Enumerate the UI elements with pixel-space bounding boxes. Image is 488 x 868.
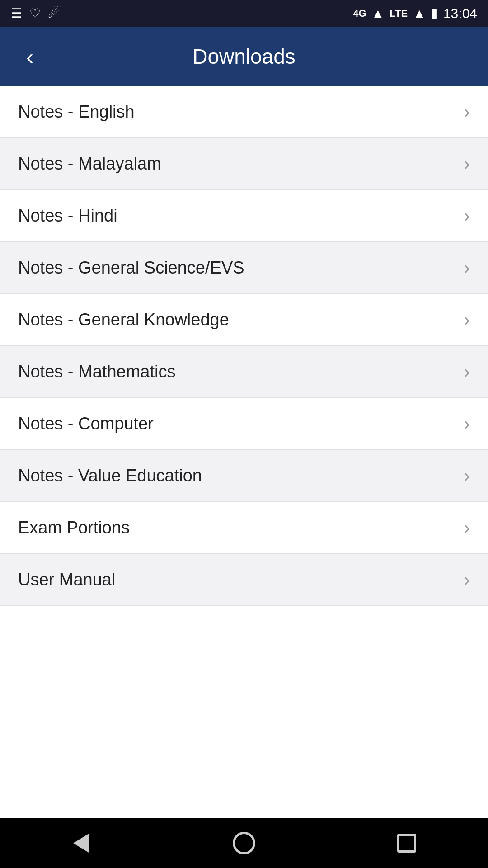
chevron-right-icon: › [464, 311, 470, 329]
list-item[interactable]: Notes - Malayalam› [0, 138, 488, 190]
back-icon: ‹ [26, 44, 33, 69]
list-item-label: Notes - General Knowledge [18, 310, 229, 330]
downloads-list: Notes - English›Notes - Malayalam›Notes … [0, 86, 488, 818]
list-item-label: Notes - Mathematics [18, 362, 175, 382]
battery-icon: ▮ [431, 7, 438, 20]
list-item-label: Notes - General Science/EVS [18, 258, 244, 278]
nav-home-button[interactable] [217, 825, 271, 861]
chevron-right-icon: › [464, 571, 470, 589]
list-item[interactable]: Notes - English› [0, 86, 488, 138]
chevron-right-icon: › [464, 363, 470, 381]
chevron-right-icon: › [464, 415, 470, 433]
list-item[interactable]: Notes - Computer› [0, 398, 488, 450]
nav-back-icon [73, 833, 89, 853]
photo-icon: ☄ [48, 7, 59, 20]
network-4g-label: 4G [353, 8, 366, 19]
status-bar-left: ☰ ♡ ☄ [11, 7, 59, 20]
list-item[interactable]: Notes - General Knowledge› [0, 294, 488, 346]
status-bar: ☰ ♡ ☄ 4G ▲ LTE ▲ ▮ 13:04 [0, 0, 488, 27]
list-item-label: Notes - Malayalam [18, 154, 161, 174]
status-bar-right: 4G ▲ LTE ▲ ▮ 13:04 [353, 6, 477, 21]
page-title: Downloads [192, 44, 296, 69]
list-item[interactable]: Exam Portions› [0, 502, 488, 554]
status-time: 13:04 [443, 6, 477, 21]
notification-icon: ♡ [29, 7, 41, 20]
bottom-navigation-bar [0, 818, 488, 868]
list-item-label: Notes - Value Education [18, 466, 202, 486]
chevron-right-icon: › [464, 519, 470, 537]
signal-icon: ▲ [372, 7, 385, 20]
message-icon: ☰ [11, 7, 22, 20]
list-item[interactable]: User Manual› [0, 554, 488, 606]
list-item-label: Notes - Computer [18, 414, 154, 434]
nav-recent-button[interactable] [380, 825, 434, 861]
list-item-label: Notes - English [18, 102, 135, 122]
list-item-label: Exam Portions [18, 518, 130, 538]
header: ‹ Downloads [0, 27, 488, 86]
chevron-right-icon: › [464, 155, 470, 173]
lte-label: LTE [389, 8, 408, 19]
signal-icon-2: ▲ [413, 7, 426, 20]
list-item[interactable]: Notes - Hindi› [0, 190, 488, 242]
list-item[interactable]: Notes - General Science/EVS› [0, 242, 488, 294]
list-item[interactable]: Notes - Mathematics› [0, 346, 488, 398]
list-item-label: User Manual [18, 570, 115, 590]
chevron-right-icon: › [464, 103, 470, 121]
chevron-right-icon: › [464, 467, 470, 485]
list-item-label: Notes - Hindi [18, 206, 117, 226]
nav-home-icon [233, 832, 255, 854]
back-button[interactable]: ‹ [16, 43, 43, 70]
list-item[interactable]: Notes - Value Education› [0, 450, 488, 502]
chevron-right-icon: › [464, 259, 470, 277]
chevron-right-icon: › [464, 207, 470, 225]
nav-back-button[interactable] [54, 825, 108, 861]
nav-recent-icon [397, 834, 416, 853]
